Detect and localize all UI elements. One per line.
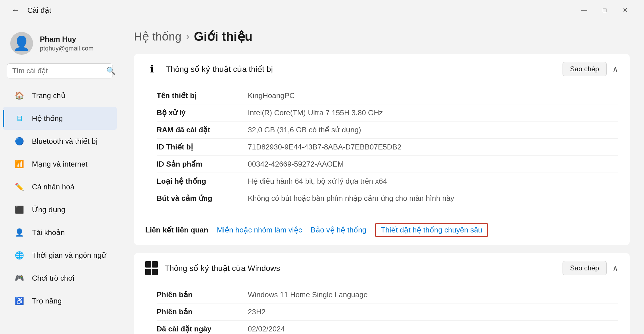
nav-item-home[interactable]: 🏠 Trang chủ	[3, 84, 117, 107]
search-box[interactable]: 🔍	[7, 63, 113, 78]
windows-section-title: Thông số kỹ thuật của Windows	[165, 264, 280, 273]
nav-item-access[interactable]: ♿ Trợ năng	[3, 290, 117, 312]
nav-label-personal: Cá nhân hoá	[32, 183, 74, 191]
user-info: Pham Huy ptqhuy@gmail.com	[40, 35, 94, 52]
avatar-icon: 👤	[13, 35, 30, 51]
table-row: Đã cài đặt ngày 02/02/2024	[157, 320, 618, 334]
time-icon: 🌐	[13, 249, 26, 262]
access-icon: ♿	[13, 295, 26, 307]
table-row: Bộ xử lý Intel(R) Core(TM) Ultra 7 155H …	[157, 104, 618, 121]
breadcrumb-parent[interactable]: Hệ thống	[134, 30, 181, 43]
label-ram: RAM đã cài đặt	[157, 125, 231, 134]
device-info-icon: ℹ	[145, 62, 159, 76]
nav-label-accounts: Tài khoản	[32, 228, 65, 237]
related-link-domain[interactable]: Miền hoặc nhóm làm việc	[217, 226, 302, 234]
related-link-advanced[interactable]: Thiết đặt hệ thống chuyên sâu	[375, 223, 488, 237]
label-version: Phiên bản	[157, 307, 231, 316]
title-bar-left: ← Cài đặt	[9, 3, 574, 17]
device-section-title: Thông số kỹ thuật của thiết bị	[166, 64, 273, 74]
system-icon: 🖥	[13, 112, 26, 125]
maximize-button[interactable]: □	[594, 2, 615, 18]
apps-icon: ⬛	[13, 203, 26, 216]
nav-label-time: Thời gian và ngôn ngữ	[32, 251, 106, 260]
label-device-name: Tên thiết bị	[157, 91, 231, 100]
breadcrumb-separator: ›	[186, 31, 189, 42]
breadcrumb-current: Giới thiệu	[194, 29, 253, 44]
value-device-name: KingHoangPC	[248, 91, 295, 100]
value-processor: Intel(R) Core(TM) Ultra 7 155H 3.80 GHz	[248, 108, 383, 117]
windows-section-header[interactable]: Thông số kỹ thuật của Windows Sao chép ∧	[134, 253, 630, 283]
device-info-table: Tên thiết bị KingHoangPC Bộ xử lý Intel(…	[134, 84, 630, 215]
windows-copy-button[interactable]: Sao chép	[563, 261, 607, 275]
windows-section-actions: Sao chép ∧	[563, 261, 618, 275]
minimize-button[interactable]: —	[574, 2, 594, 18]
nav-label-system: Hệ thống	[32, 114, 63, 123]
window-title: Cài đặt	[27, 6, 51, 15]
back-button[interactable]: ←	[9, 3, 22, 17]
title-bar-controls: — □ ✕	[574, 2, 635, 18]
nav-item-accounts[interactable]: 👤 Tài khoản	[3, 221, 117, 244]
nav-item-bluetooth[interactable]: 🔵 Bluetooth và thiết bị	[3, 130, 117, 153]
nav-label-apps: Ứng dụng	[32, 205, 66, 214]
value-pen-touch: Không có bút hoặc bàn phím nhập cảm ứng …	[248, 194, 454, 203]
nav-item-time[interactable]: 🌐 Thời gian và ngôn ngữ	[3, 244, 117, 267]
windows-logo-icon	[145, 262, 158, 274]
home-icon: 🏠	[13, 89, 26, 102]
user-profile: 👤 Pham Huy ptqhuy@gmail.com	[0, 26, 120, 63]
nav-label-home: Trang chủ	[32, 91, 66, 100]
nav-item-apps[interactable]: ⬛ Ứng dụng	[3, 198, 117, 221]
close-button[interactable]: ✕	[615, 2, 635, 18]
device-section-card: ℹ Thông số kỹ thuật của thiết bị Sao ché…	[134, 54, 630, 245]
nav-label-access: Trợ năng	[32, 297, 62, 305]
value-edition: Windows 11 Home Single Language	[248, 290, 368, 299]
window: ← Cài đặt — □ ✕ 👤 Pham Huy ptqhuy@gmail.…	[0, 0, 644, 334]
value-product-id: 00342-42669-59272-AAOEM	[248, 160, 344, 169]
device-copy-button[interactable]: Sao chép	[563, 62, 607, 76]
personalise-icon: ✏️	[13, 181, 26, 193]
nav-item-system[interactable]: 🖥 Hệ thống	[3, 107, 117, 130]
table-row: Phiên bản 23H2	[157, 303, 618, 320]
value-ram: 32,0 GB (31,6 GB có thể sử dụng)	[248, 125, 361, 134]
related-links: Liên kết liên quan Miền hoặc nhóm làm vi…	[134, 215, 630, 245]
device-section-actions: Sao chép ∧	[563, 62, 618, 76]
nav-item-games[interactable]: 🎮 Chơi trò chơi	[3, 267, 117, 290]
windows-chevron-icon: ∧	[612, 264, 618, 273]
value-system-type: Hệ điều hành 64 bit, bộ xử lý dựa trên x…	[248, 177, 387, 186]
nav-item-network[interactable]: 📶 Mạng và internet	[3, 153, 117, 175]
table-row: ID Sản phẩm 00342-42669-59272-AAOEM	[157, 155, 618, 173]
user-name: Pham Huy	[40, 35, 94, 44]
table-row: Phiên bản Windows 11 Home Single Languag…	[157, 286, 618, 303]
value-device-id: 71D82930-9E44-43B7-8ABA-D7EBB07E5DB2	[248, 143, 401, 151]
value-install-date: 02/02/2024	[248, 325, 285, 333]
games-icon: 🎮	[13, 272, 26, 284]
network-icon: 📶	[13, 158, 26, 170]
table-row: Tên thiết bị KingHoangPC	[157, 87, 618, 104]
value-version: 23H2	[248, 307, 265, 316]
title-bar: ← Cài đặt — □ ✕	[0, 0, 644, 21]
table-row: Loại hệ thống Hệ điều hành 64 bit, bộ xử…	[157, 173, 618, 190]
device-section-header-left: ℹ Thông số kỹ thuật của thiết bị	[145, 62, 273, 76]
device-section-header[interactable]: ℹ Thông số kỹ thuật của thiết bị Sao ché…	[134, 54, 630, 84]
bluetooth-icon: 🔵	[13, 135, 26, 147]
sidebar: 👤 Pham Huy ptqhuy@gmail.com 🔍 🏠 Trang ch…	[0, 21, 120, 334]
label-install-date: Đã cài đặt ngày	[157, 325, 231, 333]
windows-section-header-left: Thông số kỹ thuật của Windows	[145, 262, 280, 274]
main-layout: 👤 Pham Huy ptqhuy@gmail.com 🔍 🏠 Trang ch…	[0, 21, 644, 334]
nav-label-network: Mạng và internet	[32, 160, 87, 169]
related-link-protection[interactable]: Bảo vệ hệ thống	[311, 226, 367, 234]
accounts-icon: 👤	[13, 226, 26, 239]
avatar: 👤	[10, 32, 33, 55]
windows-info-table: Phiên bản Windows 11 Home Single Languag…	[134, 283, 630, 334]
search-icon: 🔍	[106, 66, 115, 75]
nav-item-personal[interactable]: ✏️ Cá nhân hoá	[3, 175, 117, 198]
user-email: ptqhuy@gmail.com	[40, 45, 94, 52]
search-input[interactable]	[12, 67, 102, 75]
nav-label-games: Chơi trò chơi	[32, 274, 74, 283]
related-links-label: Liên kết liên quan	[145, 226, 208, 234]
label-edition: Phiên bản	[157, 290, 231, 299]
label-processor: Bộ xử lý	[157, 108, 231, 117]
table-row: Bút và cảm ứng Không có bút hoặc bàn phí…	[157, 190, 618, 207]
device-chevron-icon: ∧	[612, 64, 618, 74]
content-area: Hệ thống › Giới thiệu ℹ Thông số kỹ thuậ…	[120, 21, 644, 334]
label-device-id: ID Thiết bị	[157, 143, 231, 151]
